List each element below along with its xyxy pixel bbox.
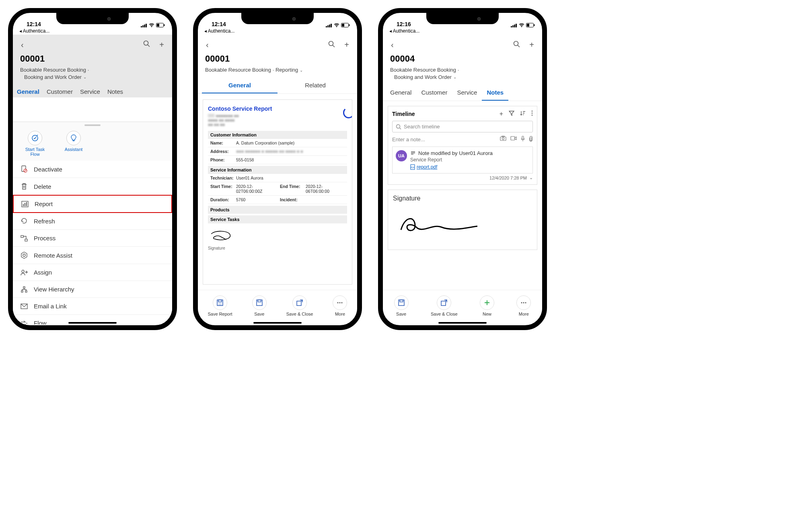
search-icon (143, 40, 150, 48)
plus-icon (483, 299, 491, 306)
deactivate-icon (20, 165, 28, 173)
tab-service[interactable]: Service (452, 85, 482, 101)
home-indicator[interactable] (438, 322, 487, 324)
report-row: Name:A. Datum Corporation (sample) (208, 139, 347, 147)
menu-remote-assist[interactable]: Remote Assist (13, 247, 172, 264)
menu-refresh[interactable]: Refresh (13, 213, 172, 230)
menu-process[interactable]: Process (13, 230, 172, 247)
filter-icon[interactable] (509, 110, 514, 118)
report-logo-icon (343, 107, 352, 118)
search-icon (396, 124, 401, 130)
home-indicator[interactable] (68, 322, 117, 324)
chevron-down-icon[interactable]: ⌄ (83, 74, 86, 80)
status-indicators (511, 23, 535, 27)
report-section-customer: Customer Information (208, 131, 347, 139)
cmd-save[interactable]: Save (252, 295, 267, 316)
back-button[interactable]: ‹ (204, 38, 211, 52)
svg-rect-45 (297, 301, 301, 306)
tab-general[interactable]: General (385, 85, 416, 101)
notch (426, 13, 499, 24)
menu-delete[interactable]: Delete (13, 178, 172, 195)
mic-icon[interactable] (521, 136, 525, 143)
phone-1: 12:14 Authentica... ‹ + 00001 Bookabl (8, 8, 177, 330)
report-row: Technician:User01 Aurora (208, 174, 347, 182)
timeline-add-icon[interactable]: + (500, 110, 503, 118)
command-bar: Save Report Save Save & Close More (198, 290, 357, 324)
chevron-down-icon[interactable]: ⌄ (300, 68, 303, 72)
add-button[interactable]: + (157, 38, 167, 52)
action-sheet: Start Task Flow Assistant Deactivate Del… (13, 122, 172, 324)
battery-icon (156, 23, 165, 27)
tab-general[interactable]: General (202, 78, 278, 93)
svg-rect-42 (218, 303, 222, 306)
home-indicator[interactable] (253, 322, 302, 324)
camera-icon[interactable] (500, 136, 506, 143)
back-button[interactable]: ‹ (389, 38, 396, 52)
tab-general[interactable]: General (17, 88, 39, 95)
cmd-new[interactable]: New (480, 295, 494, 316)
menu-hierarchy[interactable]: View Hierarchy (13, 281, 172, 298)
sheet-handle[interactable] (84, 124, 101, 126)
timeline-search[interactable]: Search timeline (392, 121, 533, 132)
timeline-note-item[interactable]: UA Note modified by User01 Aurora Servic… (392, 147, 533, 173)
back-button[interactable]: ‹ (19, 38, 26, 52)
chevron-down-icon[interactable]: ⌄ (453, 74, 456, 80)
sort-icon[interactable] (520, 110, 526, 118)
svg-rect-7 (164, 24, 165, 26)
signature-drawing[interactable] (393, 208, 481, 236)
cmd-save-close[interactable]: Save & Close (286, 295, 313, 316)
search-button[interactable] (511, 38, 523, 52)
search-button[interactable] (326, 38, 338, 52)
tab-notes[interactable]: Notes (107, 88, 123, 95)
tab-related[interactable]: Related (278, 78, 353, 93)
chevron-down-icon[interactable]: ⌄ (529, 175, 533, 180)
menu-assign[interactable]: Assign (13, 264, 172, 281)
svg-rect-72 (400, 300, 403, 302)
tabs: General Customer Service Notes (383, 85, 542, 101)
record-subtitle: Bookable Resource Booking · Booking and … (390, 66, 535, 81)
status-indicators (326, 23, 350, 27)
quick-assistant[interactable]: Assistant (60, 131, 88, 157)
save-close-icon (296, 299, 303, 306)
cmd-save[interactable]: Save (394, 295, 409, 316)
tab-customer[interactable]: Customer (47, 88, 73, 95)
report-preview: Contoso Service Report 000 ■■■■■■■ ■■■■■… (203, 99, 352, 285)
cellular-icon (141, 23, 147, 27)
dimmed-background: ‹ + 00001 Bookable Resource Booking · Bo… (13, 35, 172, 97)
back-to-app[interactable]: Authentica... (383, 27, 542, 35)
cmd-more[interactable]: More (333, 295, 347, 316)
tab-service[interactable]: Service (80, 88, 100, 95)
overflow-icon[interactable] (531, 110, 533, 118)
timeline-note-input[interactable]: Enter a note... (392, 136, 533, 143)
report-row: Start Time:2020-12-02T06:00:00Z End Time… (208, 182, 347, 196)
back-to-app[interactable]: Authentica... (13, 27, 172, 35)
add-button[interactable]: + (527, 38, 537, 52)
add-button[interactable]: + (342, 38, 352, 52)
status-indicators (141, 23, 165, 27)
svg-marker-20 (21, 252, 27, 258)
status-time: 12:16 (397, 21, 411, 27)
quick-start-task-flow[interactable]: Start Task Flow (21, 131, 49, 157)
svg-rect-55 (527, 24, 529, 27)
note-attachment[interactable]: PDF report.pdf (410, 164, 529, 170)
video-icon[interactable] (510, 136, 517, 143)
tab-notes[interactable]: Notes (482, 85, 508, 101)
cmd-save-close[interactable]: Save & Close (431, 295, 458, 316)
svg-text:PDF: PDF (411, 166, 415, 169)
menu-deactivate[interactable]: Deactivate (13, 161, 172, 178)
cmd-more[interactable]: More (516, 295, 531, 316)
menu-report[interactable]: Report (13, 195, 172, 213)
search-button[interactable] (141, 38, 153, 52)
svg-point-38 (329, 41, 333, 46)
menu-email-link[interactable]: Email a Link (13, 298, 172, 315)
report-row: Duration:5760 Incident: (208, 196, 347, 204)
svg-point-8 (144, 41, 148, 45)
attach-icon[interactable] (529, 136, 533, 143)
cmd-save-report[interactable]: Save Report (208, 295, 232, 316)
svg-rect-68 (522, 136, 524, 139)
battery-icon (526, 23, 535, 27)
svg-line-63 (400, 128, 401, 129)
tab-customer[interactable]: Customer (416, 85, 452, 101)
back-to-app[interactable]: Authentica... (198, 27, 357, 35)
svg-line-58 (518, 45, 520, 47)
